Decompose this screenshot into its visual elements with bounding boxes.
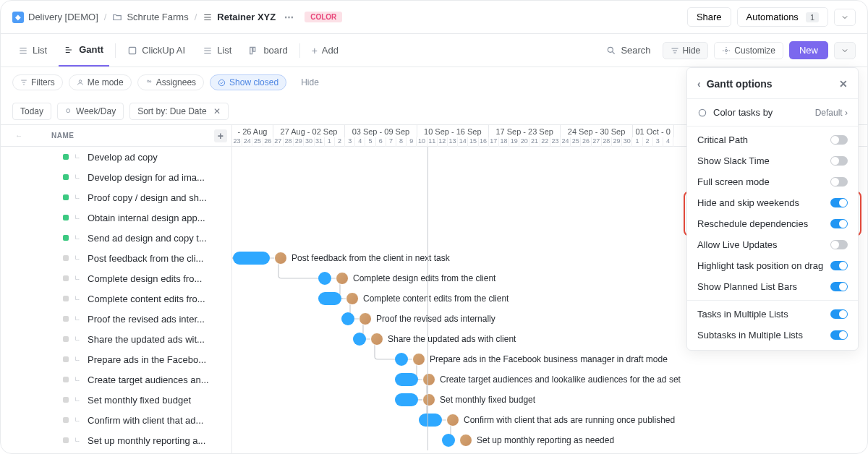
task-row[interactable]: Set up monthly reporting a... xyxy=(1,430,231,450)
task-name: Create target audiences an... xyxy=(88,374,209,385)
toggle-switch[interactable] xyxy=(830,261,848,270)
task-row[interactable]: Complete content edits fro... xyxy=(1,288,231,309)
new-button[interactable]: New xyxy=(789,41,828,59)
breadcrumb-space[interactable]: ◆ Delivery [DEMO] xyxy=(12,12,98,23)
panel-option-row[interactable]: Allow Live Updates xyxy=(687,234,858,255)
back-arrow-icon[interactable]: ← xyxy=(15,132,23,140)
panel-option-row[interactable]: Hide and skip weekends xyxy=(687,192,858,213)
gantt-bar[interactable] xyxy=(233,252,270,265)
assignee-avatar[interactable] xyxy=(422,373,435,386)
assignee-avatar[interactable] xyxy=(412,353,425,366)
filters-pill[interactable]: Filters xyxy=(12,74,63,90)
panel-option-row[interactable]: Show Planned List Bars xyxy=(687,276,858,297)
new-chevron-button[interactable] xyxy=(834,42,856,59)
assignee-avatar[interactable] xyxy=(274,252,287,265)
sort-by-button[interactable]: Sort by: Due Date✕ xyxy=(129,103,228,120)
assignee-avatar[interactable] xyxy=(346,292,359,305)
panel-option-row[interactable]: Highlight task position on drag xyxy=(687,255,858,276)
view-clickup-ai[interactable]: ClickUp AI xyxy=(122,35,191,67)
view-list-2[interactable]: List xyxy=(197,35,237,67)
panel-option-row[interactable]: Show Slack Time xyxy=(687,150,858,171)
view-board[interactable]: board xyxy=(243,35,293,67)
view-gantt[interactable]: Gantt xyxy=(59,35,109,67)
add-column-button[interactable]: + xyxy=(214,129,227,142)
panel-option-row[interactable]: Reschedule dependencies xyxy=(687,213,858,234)
task-row[interactable]: Send ad design and copy t... xyxy=(1,228,231,248)
color-tag[interactable]: COLOR xyxy=(305,12,342,22)
subtask-icon xyxy=(74,314,82,323)
task-row[interactable]: Post feedback from the cli... xyxy=(1,248,231,268)
view-list[interactable]: List xyxy=(12,35,53,67)
hide-filter-link[interactable]: Hide xyxy=(301,77,319,87)
name-column-header: NAME xyxy=(51,132,74,140)
more-chevron-button[interactable] xyxy=(834,9,856,26)
gantt-bar[interactable] xyxy=(395,393,418,406)
day-header: 11 xyxy=(427,137,438,147)
panel-option-label: Allow Live Updates xyxy=(697,239,778,250)
automations-button[interactable]: Automations 1 xyxy=(737,7,828,27)
share-button[interactable]: Share xyxy=(687,7,731,27)
color-tasks-by-row[interactable]: Color tasks by Default › xyxy=(687,102,858,123)
toggle-switch[interactable] xyxy=(830,219,848,228)
assignees-pill[interactable]: Assignees xyxy=(137,74,204,90)
toggle-switch[interactable] xyxy=(830,309,848,319)
search-button[interactable]: Search xyxy=(600,35,656,67)
view-add[interactable]: +Add xyxy=(306,35,344,67)
back-chevron-icon[interactable]: ‹ xyxy=(697,78,701,90)
assignee-avatar[interactable] xyxy=(359,312,372,325)
gantt-bar[interactable] xyxy=(318,272,331,285)
show-closed-pill[interactable]: Show closed xyxy=(210,74,286,90)
assignee-avatar[interactable] xyxy=(446,414,459,427)
gantt-bar[interactable] xyxy=(395,353,408,366)
gantt-bar[interactable] xyxy=(318,292,341,305)
me-mode-pill[interactable]: Me mode xyxy=(69,74,132,90)
panel-option-row[interactable]: Critical Path xyxy=(687,129,858,150)
breadcrumb-folder[interactable]: Schrute Farms xyxy=(112,12,188,22)
toggle-switch[interactable] xyxy=(830,198,848,207)
toggle-switch[interactable] xyxy=(830,282,848,291)
assignee-avatar[interactable] xyxy=(459,434,472,447)
toggle-switch[interactable] xyxy=(830,156,848,166)
task-row[interactable]: Develop design for ad ima... xyxy=(1,167,231,187)
panel-option-row[interactable]: Tasks in Multiple Lists xyxy=(687,304,858,325)
panel-option-row[interactable]: Full screen mode xyxy=(687,171,858,192)
gantt-bar-label: Set monthly fixed budget xyxy=(440,395,535,405)
gantt-bar[interactable] xyxy=(353,333,366,346)
task-row[interactable]: Proof copy / design and sh... xyxy=(1,187,231,207)
task-row[interactable]: Prepare ads in the Facebo... xyxy=(1,349,231,369)
toggle-switch[interactable] xyxy=(830,177,848,187)
today-line xyxy=(427,147,428,450)
assignee-avatar[interactable] xyxy=(370,333,383,346)
toggle-switch[interactable] xyxy=(830,240,848,249)
gantt-bar[interactable] xyxy=(442,434,455,447)
task-row[interactable]: Complete design edits fro... xyxy=(1,268,231,288)
task-row[interactable]: Obtain internal design app... xyxy=(1,207,231,228)
week-day-button[interactable]: Week/Day xyxy=(57,103,124,120)
day-header: 12 xyxy=(438,137,448,147)
hide-button[interactable]: Hide xyxy=(663,42,709,59)
task-row[interactable]: Share the updated ads wit... xyxy=(1,329,231,349)
gantt-bar[interactable] xyxy=(395,373,418,386)
breadcrumb-more-icon[interactable]: ⋯ xyxy=(284,12,294,22)
task-row[interactable]: Confirm with client that ad... xyxy=(1,410,231,430)
gantt-bar[interactable] xyxy=(419,414,442,427)
toggle-switch[interactable] xyxy=(830,330,848,340)
day-header: 1 xyxy=(632,137,642,147)
panel-close-icon[interactable]: ✕ xyxy=(839,78,848,90)
panel-option-row[interactable]: Subtasks in Multiple Lists xyxy=(687,325,858,346)
customize-button[interactable]: Customize xyxy=(714,42,783,59)
close-icon[interactable]: ✕ xyxy=(213,106,221,116)
svg-rect-0 xyxy=(129,47,136,53)
toggle-switch[interactable] xyxy=(830,135,848,145)
task-row[interactable]: Proof the revised ads inter... xyxy=(1,309,231,329)
assignee-avatar[interactable] xyxy=(422,393,435,406)
day-header: 26 xyxy=(263,137,273,147)
task-row[interactable]: Develop ad copy xyxy=(1,147,231,167)
gantt-bar[interactable] xyxy=(341,312,354,325)
today-button[interactable]: Today xyxy=(12,103,51,120)
breadcrumb-list[interactable]: Retainer XYZ xyxy=(203,12,276,22)
task-row[interactable]: Set monthly fixed budget xyxy=(1,390,231,410)
task-row[interactable]: Create target audiences an... xyxy=(1,369,231,390)
assignee-avatar[interactable] xyxy=(336,272,349,285)
task-list-panel: ← NAME + Develop ad copy Develop design … xyxy=(1,125,232,454)
